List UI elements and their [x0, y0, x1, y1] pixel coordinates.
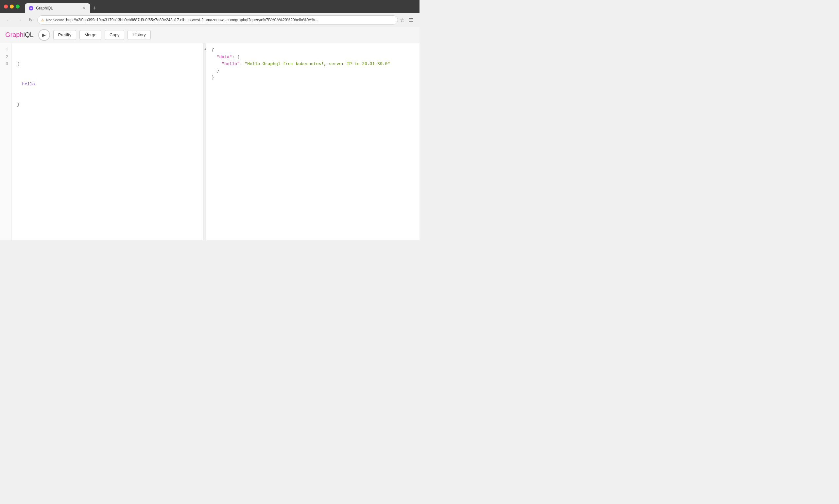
title-bar: G GraphiQL ✕ + [0, 0, 420, 13]
merge-button[interactable]: Merge [79, 30, 101, 40]
line-num-3: 3 [3, 61, 8, 68]
line-num-2: 2 [3, 54, 8, 61]
tab-title: GraphiQL [36, 6, 79, 11]
editor-area: 1 2 3 { hello } ◂ { "data": { "hello": "… [0, 43, 420, 240]
result-pane: { "data": { "hello": "Hello Graphql from… [206, 43, 420, 240]
line-num-1: 1 [3, 47, 8, 54]
result-line-4: } [212, 67, 414, 74]
app-logo: GraphiQL [5, 31, 34, 39]
url-input-bar[interactable]: ⚠ Not Secure http://a2f0aa399c19c43179a1… [37, 15, 398, 24]
app-toolbar: GraphiQL ▶ Prettify Merge Copy History [0, 27, 420, 43]
address-bar: ← → ↻ ⚠ Not Secure http://a2f0aa399c19c4… [0, 13, 420, 27]
query-editor-pane: 1 2 3 { hello } [0, 43, 203, 240]
tab-bar: G GraphiQL ✕ + [22, 0, 415, 13]
back-button[interactable]: ← [4, 15, 13, 24]
forward-button[interactable]: → [15, 15, 24, 24]
pane-divider[interactable]: ◂ [203, 43, 206, 240]
not-secure-label: Not Secure [46, 18, 64, 22]
code-line-1: { [17, 61, 197, 68]
result-line-2: "data": { [212, 54, 414, 61]
result-line-5: } [212, 74, 414, 81]
run-button[interactable]: ▶ [38, 29, 50, 41]
code-editor[interactable]: { hello } [12, 43, 203, 240]
result-line-3: "hello": "Hello Graphql from kubernetes!… [212, 61, 414, 68]
logo-iql: iQL [23, 31, 34, 38]
window-close-button[interactable] [4, 4, 8, 8]
active-tab[interactable]: G GraphiQL ✕ [25, 3, 90, 13]
window-minimize-button[interactable] [10, 4, 14, 8]
graphiql-app: GraphiQL ▶ Prettify Merge Copy History 1… [0, 27, 420, 240]
code-line-3: } [17, 101, 197, 108]
window-controls [4, 4, 20, 8]
divider-arrow-icon: ◂ [204, 47, 206, 51]
history-button[interactable]: History [127, 30, 150, 40]
code-line-2: hello [17, 81, 197, 88]
tab-close-button[interactable]: ✕ [82, 6, 86, 11]
line-numbers: 1 2 3 [0, 43, 12, 240]
copy-button[interactable]: Copy [105, 30, 124, 40]
new-tab-button[interactable]: + [90, 3, 99, 13]
result-line-1: { [212, 47, 414, 54]
sidebar-toggle-button[interactable]: ☰ [406, 15, 415, 24]
logo-graph: Graph [5, 31, 23, 38]
security-warning-icon: ⚠ [41, 18, 44, 22]
bookmark-button[interactable]: ☆ [400, 17, 405, 23]
reload-button[interactable]: ↻ [26, 15, 35, 24]
url-text: http://a2f0aa399c19c43179a13bb0cb8687d9-… [66, 18, 394, 22]
prettify-button[interactable]: Prettify [53, 30, 76, 40]
tab-favicon: G [29, 6, 33, 11]
browser-chrome: G GraphiQL ✕ + ← → ↻ ⚠ Not Secure http:/… [0, 0, 420, 27]
window-maximize-button[interactable] [16, 4, 20, 8]
